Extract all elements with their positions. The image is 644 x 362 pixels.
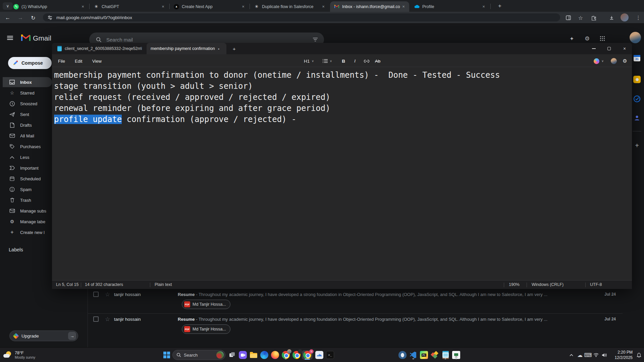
tab-create-next-app[interactable]: ▲ Create Next App × bbox=[170, 1, 249, 12]
notepad-maximize-button[interactable] bbox=[601, 43, 617, 54]
file-explorer-icon[interactable] bbox=[249, 350, 258, 360]
clear-formatting-button[interactable]: Ab bbox=[373, 57, 383, 65]
tab-close-icon[interactable]: × bbox=[320, 4, 326, 10]
tab-salesforce-profile[interactable]: Profile × bbox=[410, 1, 489, 12]
bookmark-star-icon[interactable]: ☆ bbox=[576, 13, 585, 22]
attachment-chip[interactable]: PDF Md Tanjir Hossa... bbox=[182, 300, 230, 309]
gemini-sparkle-icon[interactable]: ✦ bbox=[570, 36, 574, 42]
vscode-icon[interactable] bbox=[409, 350, 418, 360]
touch-keyboard-icon[interactable]: ⌨ bbox=[584, 352, 592, 358]
notepad-account-avatar[interactable] bbox=[609, 57, 618, 65]
tab-close-icon[interactable]: × bbox=[400, 4, 407, 10]
keep-icon[interactable] bbox=[632, 74, 642, 84]
tab-close-icon[interactable]: × bbox=[240, 4, 246, 10]
sidebar-item-inbox[interactable]: Inbox bbox=[3, 77, 52, 87]
notepad-app-icon[interactable] bbox=[441, 350, 450, 360]
tab-close-icon[interactable]: × bbox=[481, 4, 487, 10]
monitoring-app-icon[interactable] bbox=[315, 350, 324, 360]
upgrade-arrow-icon[interactable]: → bbox=[68, 332, 76, 340]
tray-expand-chevron-icon[interactable] bbox=[568, 352, 575, 358]
onedrive-cloud-icon[interactable]: ☁ bbox=[576, 352, 584, 358]
menu-view[interactable]: View bbox=[89, 57, 105, 65]
status-encoding[interactable]: UTF-8 bbox=[590, 282, 602, 287]
bold-button[interactable]: B bbox=[339, 57, 348, 65]
gmail-settings-icon[interactable]: ⚙ bbox=[585, 35, 590, 42]
notepad-tabbar[interactable]: client_secret_2_60053885332-2reqe52rribc… bbox=[52, 43, 632, 54]
list-style-button[interactable]: ∨ bbox=[320, 57, 335, 65]
gmail-menu-button[interactable] bbox=[7, 36, 13, 37]
sidebar-item-sent[interactable]: Sent bbox=[3, 109, 52, 119]
video-app-icon[interactable] bbox=[238, 350, 248, 360]
task-view-button[interactable] bbox=[227, 350, 237, 360]
row-star-icon[interactable]: ☆ bbox=[105, 316, 110, 323]
sidebar-item-trash[interactable]: Trash bbox=[3, 195, 52, 205]
chrome-profile3-icon-active[interactable]: S bbox=[302, 350, 313, 360]
italic-button[interactable]: I bbox=[351, 57, 359, 65]
sidebar-item-spam[interactable]: Spam bbox=[3, 184, 52, 194]
copilot-button[interactable]: ∨ bbox=[591, 57, 606, 65]
upgrade-button[interactable]: Upgrade → bbox=[9, 330, 78, 341]
taskbar-search[interactable]: Search bbox=[172, 350, 225, 360]
terminal-icon[interactable]: >_ bbox=[325, 350, 335, 360]
heading-style-button[interactable]: H1 ∨ bbox=[302, 57, 316, 65]
edge-browser-icon[interactable] bbox=[260, 350, 269, 360]
row-checkbox[interactable] bbox=[93, 316, 99, 322]
sidebar-item-starred[interactable]: ☆ Starred bbox=[3, 88, 52, 98]
browser-menu-icon[interactable]: ⋮ bbox=[634, 13, 643, 22]
tab-salesforce-chat[interactable]: ✳ Duplicate flow in Salesforce × bbox=[250, 1, 329, 12]
chrome-profile2-icon[interactable] bbox=[292, 350, 301, 360]
search-icon[interactable] bbox=[96, 37, 102, 43]
address-bar[interactable]: mail.google.com/mail/u/0/?ogbl#inbox bbox=[43, 13, 560, 21]
tray-clock[interactable]: 2:20 PM 12/2/2025 bbox=[609, 350, 633, 360]
firefox-browser-icon[interactable] bbox=[270, 350, 280, 360]
wifi-icon[interactable] bbox=[592, 352, 600, 358]
sidebar-item-important[interactable]: Important bbox=[3, 163, 52, 173]
taskpro-app-icon[interactable] bbox=[451, 350, 461, 360]
status-line-endings[interactable]: Windows (CRLF) bbox=[532, 282, 564, 287]
notepad-new-tab-button[interactable]: + bbox=[229, 43, 239, 54]
pycharm-icon[interactable]: PC bbox=[419, 350, 429, 360]
menu-edit[interactable]: Edit bbox=[71, 57, 86, 65]
row-star-icon[interactable]: ☆ bbox=[105, 291, 110, 298]
search-filter-icon[interactable] bbox=[313, 37, 318, 42]
reload-button[interactable]: ↻ bbox=[29, 13, 38, 22]
tab-whatsapp[interactable]: (1) WhatsApp × bbox=[9, 1, 89, 12]
notepad-editor[interactable]: membership payment confirmation to donor… bbox=[52, 67, 632, 280]
notepad-settings-icon[interactable]: ⚙ bbox=[620, 57, 630, 65]
sidebar-item-less[interactable]: Less bbox=[3, 152, 52, 162]
sidebar-item-snoozed[interactable]: Snoozed bbox=[3, 99, 52, 109]
tab-chatgpt[interactable]: ✳ ChatGPT × bbox=[90, 1, 169, 12]
volume-icon[interactable] bbox=[600, 352, 608, 358]
postgresql-icon[interactable] bbox=[398, 350, 407, 360]
google-apps-grid-icon[interactable] bbox=[600, 36, 605, 43]
start-button[interactable] bbox=[162, 350, 171, 360]
notepad-tab-membership[interactable]: membership payment confirmation ● bbox=[147, 43, 226, 54]
weather-widget[interactable]: 78°F Mostly sunny bbox=[3, 349, 54, 361]
attachment-chip[interactable]: PDF Md Tanjir Hossa... bbox=[182, 324, 230, 334]
row-checkbox[interactable] bbox=[93, 292, 99, 297]
tasks-icon[interactable] bbox=[632, 94, 642, 104]
notification-bell-icon[interactable] bbox=[635, 352, 643, 358]
chrome-profile1-icon[interactable] bbox=[281, 350, 290, 360]
extensions-puzzle-icon[interactable] bbox=[589, 13, 598, 22]
tab-close-icon[interactable]: × bbox=[80, 4, 86, 10]
insert-link-button[interactable] bbox=[362, 57, 371, 65]
downloads-icon[interactable] bbox=[607, 13, 616, 22]
notepad-close-button[interactable]: × bbox=[617, 43, 632, 54]
sidebar-item-manage-labels[interactable]: ⚙ Manage labe bbox=[3, 217, 52, 227]
search-highlight-image[interactable] bbox=[216, 351, 224, 359]
status-zoom-level[interactable]: 190% bbox=[509, 282, 520, 287]
menu-file[interactable]: File bbox=[55, 57, 68, 65]
sidebar-item-purchases[interactable]: Purchases bbox=[3, 141, 52, 152]
back-button[interactable]: ← bbox=[3, 13, 12, 22]
tab-close-icon[interactable]: × bbox=[160, 4, 166, 10]
sidebar-item-all-mail[interactable]: All Mail bbox=[3, 131, 52, 141]
compose-button[interactable]: Compose bbox=[8, 57, 52, 69]
sidebar-item-scheduled[interactable]: Scheduled bbox=[3, 174, 52, 184]
gmail-account-avatar[interactable] bbox=[630, 32, 641, 43]
forward-button[interactable]: → bbox=[16, 13, 25, 22]
sidebar-item-drafts[interactable]: Drafts bbox=[3, 120, 52, 130]
notepad-tab-client-secret[interactable]: client_secret_2_60053885332-2reqe52rribc bbox=[53, 43, 146, 54]
tab-gmail-inbox[interactable]: Inbox - ishann.tforce@gmail.co × bbox=[330, 1, 409, 12]
calendar-icon[interactable]: 31 bbox=[632, 53, 642, 63]
